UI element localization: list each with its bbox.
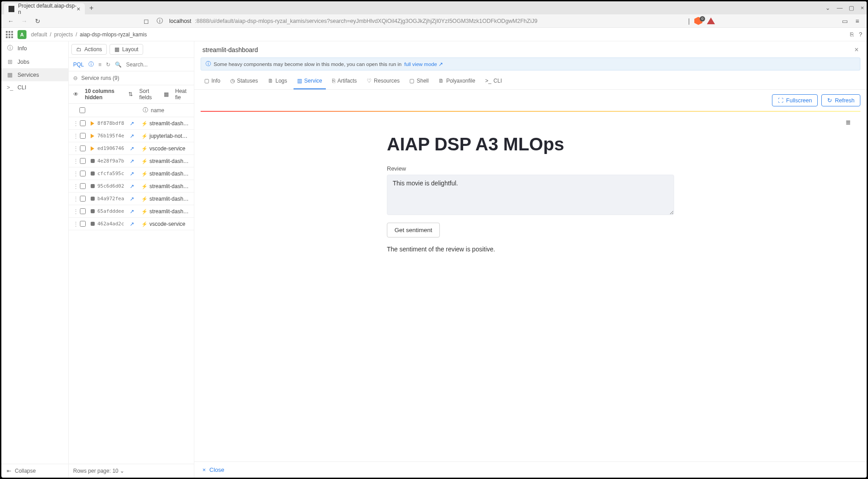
stopped-icon bbox=[91, 184, 95, 188]
sort-icon[interactable]: ⇅ bbox=[128, 91, 133, 97]
tab-info[interactable]: ▢Info bbox=[201, 75, 224, 89]
streamlit-menu-icon[interactable]: ≡ bbox=[846, 118, 850, 127]
folder-icon[interactable]: ⎘ bbox=[850, 31, 854, 38]
breadcrumb-default[interactable]: default bbox=[31, 31, 47, 38]
browser-tab[interactable]: Project default.aiap-dsp-n × bbox=[4, 3, 85, 14]
refresh-button[interactable]: ↻ Refresh bbox=[821, 94, 860, 106]
row-checkbox[interactable] bbox=[80, 158, 86, 164]
table-row[interactable]: ⋮cfcfa595c↗streamlit-dashboard bbox=[69, 167, 194, 180]
actions-button[interactable]: 🗀 Actions bbox=[71, 44, 107, 55]
org-badge[interactable]: A bbox=[18, 30, 26, 39]
new-tab-button[interactable]: + bbox=[89, 4, 93, 12]
row-checkbox[interactable] bbox=[80, 183, 86, 189]
open-link-icon[interactable]: ↗ bbox=[130, 145, 140, 152]
get-sentiment-button[interactable]: Get sentiment bbox=[387, 223, 440, 237]
url-input[interactable]: localhost:8888/ui/default/aiap-dsp-mlops… bbox=[169, 18, 683, 24]
tab-polyaxonfile[interactable]: 🗎Polyaxonfile bbox=[435, 75, 479, 89]
breadcrumb-projects[interactable]: projects bbox=[54, 31, 73, 38]
open-link-icon[interactable]: ↗ bbox=[130, 221, 140, 227]
table-row[interactable]: ⋮95c6d6d02↗streamlit-dashboard bbox=[69, 180, 194, 193]
fullscreen-button[interactable]: ⛶ Fullscreen bbox=[772, 94, 818, 106]
select-all-checkbox[interactable] bbox=[79, 107, 85, 113]
open-link-icon[interactable]: ↗ bbox=[130, 196, 140, 202]
list-icon[interactable]: ≡ bbox=[98, 62, 101, 68]
prism-icon[interactable] bbox=[707, 18, 715, 24]
row-checkbox[interactable] bbox=[80, 196, 86, 202]
layout-button[interactable]: ▦ Layout bbox=[110, 44, 143, 55]
open-link-icon[interactable]: ↗ bbox=[130, 158, 140, 164]
tab-shell[interactable]: ▢Shell bbox=[406, 75, 432, 89]
row-checkbox[interactable] bbox=[80, 221, 86, 227]
row-checkbox[interactable] bbox=[80, 208, 86, 214]
run-name: vscode-service bbox=[149, 221, 189, 227]
help-icon[interactable]: ? bbox=[859, 31, 862, 38]
drag-handle-icon[interactable]: ⋮ bbox=[73, 145, 78, 152]
maximize-icon[interactable]: ▢ bbox=[849, 4, 854, 11]
row-checkbox[interactable] bbox=[80, 120, 86, 126]
refresh-icon[interactable]: ↻ bbox=[106, 62, 110, 68]
table-row[interactable]: ⋮462a4ad2c↗vscode-service bbox=[69, 218, 194, 230]
drag-handle-icon[interactable]: ⋮ bbox=[73, 196, 78, 202]
drag-handle-icon[interactable]: ⋮ bbox=[73, 171, 78, 177]
folder-icon: 🗀 bbox=[76, 46, 82, 53]
tab-cli[interactable]: >_CLI bbox=[482, 75, 505, 89]
table-row[interactable]: ⋮4e28f9a7b↗streamlit-dashboard bbox=[69, 155, 194, 167]
bookmark-icon[interactable]: ◻ bbox=[142, 18, 150, 25]
menu-icon[interactable]: ≡ bbox=[853, 18, 861, 25]
drag-handle-icon[interactable]: ⋮ bbox=[73, 208, 78, 215]
detail-close-icon[interactable]: × bbox=[855, 46, 859, 54]
table-row[interactable]: ⋮76b195f4e↗jupyterlab-notebook bbox=[69, 130, 194, 142]
row-checkbox[interactable] bbox=[80, 171, 86, 176]
row-checkbox[interactable] bbox=[80, 145, 86, 151]
drag-handle-icon[interactable]: ⋮ bbox=[73, 183, 78, 189]
sentiment-result: The sentiment of the review is positive. bbox=[387, 246, 674, 253]
open-link-icon[interactable]: ↗ bbox=[130, 133, 140, 139]
back-button[interactable]: ← bbox=[7, 18, 15, 25]
open-link-icon[interactable]: ↗ bbox=[130, 120, 140, 127]
open-link-icon[interactable]: ↗ bbox=[130, 171, 140, 177]
sidebar-item-info[interactable]: ⓘInfo bbox=[1, 41, 68, 55]
table-row[interactable]: ⋮b4a972fea↗streamlit-dashboard bbox=[69, 193, 194, 205]
table-row[interactable]: ⋮ed1906746↗vscode-service bbox=[69, 142, 194, 155]
search-input[interactable] bbox=[126, 62, 193, 68]
review-textarea[interactable] bbox=[387, 175, 674, 215]
chevron-down-icon[interactable]: ⌄ bbox=[825, 4, 830, 11]
tab-artifacts[interactable]: ⎘Artifacts bbox=[329, 75, 360, 89]
sort-fields-label[interactable]: Sort fields bbox=[139, 88, 158, 101]
eye-icon[interactable]: 👁 bbox=[73, 91, 79, 97]
pql-help-icon[interactable]: ⓘ bbox=[88, 61, 94, 68]
row-checkbox[interactable] bbox=[80, 133, 86, 139]
close-window-icon[interactable]: × bbox=[860, 4, 864, 11]
pql-label[interactable]: PQL bbox=[73, 62, 84, 68]
full-view-link[interactable]: full view mode ↗ bbox=[404, 61, 443, 67]
heat-fields-label[interactable]: Heat fie bbox=[175, 88, 189, 101]
drag-handle-icon[interactable]: ⋮ bbox=[73, 158, 78, 164]
rows-per-page[interactable]: Rows per page: 10 ⌄ bbox=[69, 464, 194, 478]
tab-statuses[interactable]: ◷Statuses bbox=[227, 75, 262, 89]
table-row[interactable]: ⋮8f878bdf8↗streamlit-dashboard bbox=[69, 117, 194, 130]
sidebar-item-cli[interactable]: >_CLI bbox=[1, 81, 68, 94]
run-id: 95c6d6d02 bbox=[97, 183, 130, 189]
reload-button[interactable]: ↻ bbox=[34, 18, 42, 25]
drag-handle-icon[interactable]: ⋮ bbox=[73, 120, 78, 127]
run-name: streamlit-dashboard bbox=[149, 208, 189, 215]
table-row[interactable]: ⋮65afdddee↗streamlit-dashboard bbox=[69, 205, 194, 218]
close-footer-button[interactable]: × Close bbox=[194, 461, 867, 478]
drag-handle-icon[interactable]: ⋮ bbox=[73, 221, 78, 227]
sidebar-item-services[interactable]: ▦Services bbox=[1, 68, 68, 81]
minimize-icon[interactable]: — bbox=[837, 4, 842, 11]
devices-icon[interactable]: ▭ bbox=[841, 18, 849, 25]
tab-logs[interactable]: 🗎Logs bbox=[264, 75, 291, 89]
drag-handle-icon[interactable]: ⋮ bbox=[73, 133, 78, 139]
open-link-icon[interactable]: ↗ bbox=[130, 183, 140, 189]
shield-icon[interactable]: 0 bbox=[694, 17, 702, 25]
sidebar-item-jobs[interactable]: ⊞Jobs bbox=[1, 55, 68, 68]
app-grid-icon[interactable] bbox=[6, 31, 13, 38]
collapse-button[interactable]: ⇤ Collapse bbox=[1, 464, 68, 478]
tab-close-icon[interactable]: × bbox=[77, 5, 80, 13]
heat-icon[interactable]: ▦ bbox=[164, 91, 169, 97]
site-info-icon[interactable]: ⓘ bbox=[156, 17, 164, 25]
open-link-icon[interactable]: ↗ bbox=[130, 208, 140, 215]
tab-resources[interactable]: ♡Resources bbox=[363, 75, 403, 89]
tab-service[interactable]: ▥Service bbox=[294, 75, 326, 89]
